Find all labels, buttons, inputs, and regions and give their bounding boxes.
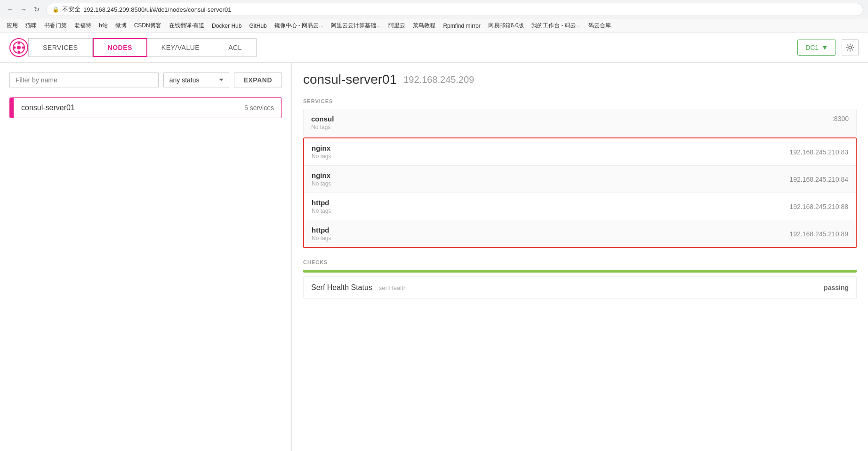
bookmark-mirror[interactable]: 镜像中心 - 网易云...	[273, 21, 326, 31]
check-status-serf: passing	[824, 284, 849, 291]
browser-toolbar: ← → ↻ 🔒 不安全 192.168.245.209:8500/ui/#/dc…	[0, 0, 868, 19]
nav-buttons: ← → ↻	[5, 4, 42, 15]
checks-section-label: CHECKS	[303, 259, 857, 265]
bookmark-weibo[interactable]: 微博	[113, 21, 129, 31]
tab-acl[interactable]: ACL	[214, 38, 257, 57]
checks-section: CHECKS Serf Health Status serfHealth pas…	[303, 259, 857, 299]
service-port-nginx-83: 192.168.245.210:83	[789, 148, 848, 156]
service-port-consul: :8300	[832, 115, 849, 122]
bookmark-bilibili[interactable]: b站	[97, 21, 110, 31]
back-button[interactable]: ←	[5, 4, 16, 15]
browser-chrome: ← → ↻ 🔒 不安全 192.168.245.209:8500/ui/#/dc…	[0, 0, 868, 32]
filter-name-input[interactable]	[9, 72, 159, 88]
service-name-httpd-88: httpd	[312, 199, 789, 207]
service-info-consul: consul No tags	[311, 115, 832, 130]
service-info-httpd-89: httpd No tags	[312, 226, 789, 242]
service-tags-httpd-88: No tags	[312, 208, 789, 214]
bookmark-laofu[interactable]: 老福特	[72, 21, 93, 31]
service-info-nginx-83: nginx No tags	[312, 144, 789, 160]
service-tags-nginx-84: No tags	[312, 180, 789, 187]
left-panel: any status passing warning critical EXPA…	[0, 63, 292, 451]
node-content: consul-server01 5 services	[14, 98, 281, 118]
services-list: nginx No tags 192.168.245.210:83 nginx N…	[303, 137, 857, 248]
service-name-httpd-89: httpd	[312, 226, 789, 234]
forward-button[interactable]: →	[18, 4, 29, 15]
bookmark-csdn[interactable]: CSDN博客	[132, 21, 163, 31]
bookmark-gitee[interactable]: 码云合库	[587, 21, 613, 31]
filter-row: any status passing warning critical EXPA…	[9, 72, 282, 88]
bookmark-github[interactable]: GitHub	[247, 22, 268, 30]
service-row-nginx-83[interactable]: nginx No tags 192.168.245.210:83	[304, 138, 856, 166]
tab-keyvalue[interactable]: KEY/VALUE	[147, 38, 214, 57]
check-row-serf[interactable]: Serf Health Status serfHealth passing	[303, 276, 857, 299]
bookmark-cat[interactable]: 猫咪	[24, 21, 39, 31]
bookmark-apps[interactable]: 应用	[5, 21, 20, 31]
service-port-httpd-88: 192.168.245.210:88	[789, 203, 848, 210]
dc-dropdown-arrow: ▼	[821, 44, 828, 51]
node-title: consul-server01 192.168.245.209	[303, 72, 857, 87]
svg-point-6	[849, 46, 852, 49]
bookmark-gitee-work[interactable]: 我的工作台 - 码云...	[530, 21, 583, 31]
node-services-count: 5 services	[244, 104, 274, 112]
tab-services[interactable]: SERVICES	[28, 38, 93, 57]
service-tags-consul: No tags	[311, 124, 832, 130]
bookmark-aliyun[interactable]: 阿里云	[386, 21, 407, 31]
reload-button[interactable]: ↻	[31, 4, 42, 15]
svg-point-5	[22, 46, 24, 48]
check-id-serf: serfHealth	[379, 284, 407, 291]
service-port-nginx-84: 192.168.245.210:84	[789, 176, 848, 183]
address-bar[interactable]: 🔒 不安全 192.168.245.209:8500/ui/#/dc1/node…	[46, 3, 863, 16]
lock-icon: 🔒	[52, 6, 59, 13]
svg-point-4	[14, 46, 16, 48]
dc-selector[interactable]: DC1 ▼	[797, 40, 836, 56]
bookmark-aliyun-compute[interactable]: 阿里云云计算基础...	[329, 21, 383, 31]
right-panel: consul-server01 192.168.245.209 SERVICES…	[292, 63, 868, 451]
node-title-name: consul-server01	[303, 72, 397, 87]
bookmark-docker[interactable]: Docker Hub	[210, 22, 243, 30]
node-title-ip: 192.168.245.209	[403, 74, 474, 85]
main-layout: any status passing warning critical EXPA…	[0, 63, 868, 451]
security-label: 不安全	[62, 5, 80, 14]
bookmarks-bar: 应用 猫咪 书香门第 老福特 b站 微博 CSDN博客 在线翻译·有道 Dock…	[0, 19, 868, 32]
bookmark-rpmfind[interactable]: Rpmfind mirror	[441, 22, 482, 30]
service-row-consul[interactable]: consul No tags :8300	[303, 109, 857, 137]
service-tags-httpd-89: No tags	[312, 235, 789, 242]
node-status-bar	[10, 98, 14, 118]
service-port-httpd-89: 192.168.245.210:89	[789, 230, 848, 238]
check-passing-bar	[303, 270, 857, 273]
nav-tabs: SERVICES NODES KEY/VALUE ACL	[28, 38, 797, 57]
dc-label: DC1	[805, 44, 819, 51]
service-name-nginx-84: nginx	[312, 171, 789, 179]
bookmark-fanyi[interactable]: 在线翻译·有道	[167, 21, 206, 31]
svg-point-1	[17, 46, 21, 49]
check-info-serf: Serf Health Status serfHealth	[311, 283, 824, 292]
node-name: consul-server01	[21, 104, 244, 112]
bookmark-rookie[interactable]: 菜鸟教程	[411, 21, 437, 31]
service-name-nginx-83: nginx	[312, 144, 789, 152]
node-list-item[interactable]: consul-server01 5 services	[9, 97, 282, 118]
consul-logo	[9, 38, 28, 57]
check-name-serf: Serf Health Status	[311, 283, 372, 291]
service-tags-nginx-83: No tags	[312, 153, 789, 160]
service-info-httpd-88: httpd No tags	[312, 199, 789, 214]
bookmark-163mail[interactable]: 网易邮箱6.0版	[486, 21, 526, 31]
service-name-consul: consul	[311, 115, 832, 123]
service-row-httpd-88[interactable]: httpd No tags 192.168.245.210:88	[304, 193, 856, 220]
settings-button[interactable]	[842, 39, 859, 56]
service-row-nginx-84[interactable]: nginx No tags 192.168.245.210:84	[304, 166, 856, 193]
svg-point-3	[18, 50, 20, 53]
expand-button[interactable]: EXPAND	[234, 72, 282, 88]
status-select[interactable]: any status passing warning critical	[163, 72, 229, 88]
app-header: SERVICES NODES KEY/VALUE ACL DC1 ▼	[0, 32, 868, 63]
services-section-label: SERVICES	[303, 98, 857, 104]
service-info-nginx-84: nginx No tags	[312, 171, 789, 187]
svg-point-2	[18, 42, 20, 44]
bookmark-book[interactable]: 书香门第	[42, 21, 69, 31]
tab-nodes[interactable]: NODES	[93, 38, 147, 57]
header-right: DC1 ▼	[797, 39, 859, 56]
url-text: 192.168.245.209:8500/ui/#/dc1/nodes/cons…	[83, 6, 231, 13]
service-row-httpd-89[interactable]: httpd No tags 192.168.245.210:89	[304, 220, 856, 247]
